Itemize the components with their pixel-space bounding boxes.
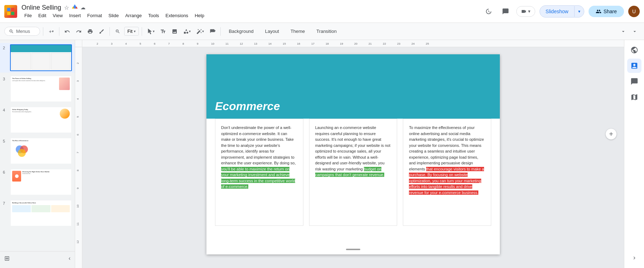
redo-button[interactable] [74,26,84,36]
camera-label: ▾ [528,9,531,14]
menu-file[interactable]: File [21,12,35,19]
present-options[interactable] [618,26,628,36]
camera-button[interactable]: ▾ [516,6,535,17]
slideshow-label[interactable]: Slideshow [540,6,574,17]
new-slide-arrow[interactable]: ▾ [52,29,54,33]
svg-text:13: 13 [254,42,257,45]
slide-preview-3[interactable]: The Power of Online Selling Lorem ipsum … [10,75,72,102]
svg-text:21: 21 [369,42,372,45]
undo-button[interactable] [62,26,72,36]
paint-format-button[interactable] [97,26,107,36]
svg-text:22: 22 [383,42,386,45]
comments-button[interactable] [499,5,512,18]
slideshow-arrow[interactable]: ▾ [574,6,584,17]
line-tool[interactable]: ▾ [194,26,206,36]
slide-thumb-5[interactable]: 5 The Rise of Ecommerce [0,136,75,166]
divider-4 [142,27,142,36]
menu-tools[interactable]: Tools [145,12,162,19]
cursor-tool[interactable]: ▾ [145,26,157,36]
slide-canvas[interactable]: Ecommerce Don't underestimate the power … [206,54,500,254]
menu-help[interactable]: Help [192,12,207,19]
zoom-select[interactable]: Fit ▾ [124,27,139,36]
slide-preview-4[interactable]: Online Shopping Today Text content about… [10,106,72,133]
svg-text:20: 20 [354,42,357,45]
sidebar-chat-icon[interactable] [627,74,641,89]
image-tool[interactable] [170,26,180,36]
shapes-tool[interactable]: ▾ [181,26,193,36]
share-button[interactable]: Share [589,6,624,17]
svg-text:11: 11 [76,222,79,225]
menu-insert[interactable]: Insert [66,12,84,19]
svg-text:4: 4 [125,42,127,45]
slide-card-1[interactable]: Don't underestimate the power of a well-… [215,119,303,226]
new-slide-button[interactable]: + ▾ [46,26,56,36]
slide-thumb-4[interactable]: 4 Online Shopping Today Text content abo… [0,105,75,135]
slide-thumb-3[interactable]: 3 The Power of Online Selling Lorem ipsu… [0,74,75,104]
svg-text:5: 5 [140,42,141,45]
theme-button[interactable]: Theme [286,26,310,36]
drive-icon[interactable] [72,4,78,11]
slide-card-2[interactable]: Launching an e-commerce website requires… [309,119,397,226]
svg-text:12: 12 [76,240,79,243]
svg-text:24: 24 [411,42,415,45]
slide-num-4: 4 [3,106,8,112]
sidebar-explore-icon[interactable] [627,43,641,57]
slide-preview-7[interactable]: Building a Successful Online Store [10,200,72,227]
collapse-panel[interactable] [630,26,640,36]
grid-view-button[interactable]: ⊞ [4,254,10,262]
svg-text:10: 10 [76,204,79,208]
slide-panel: 2 3 The Power of Online Selling [0,40,75,268]
slide-header: Ecommerce [206,54,500,119]
menu-extensions[interactable]: Extensions [163,12,191,19]
doc-title-text[interactable]: Online Selling [21,4,61,11]
menu-view[interactable]: View [50,12,65,19]
user-avatar[interactable]: U [628,6,640,17]
zoom-value: Fit [127,29,132,34]
slide-cards: Don't underestimate the power of a well-… [206,119,500,226]
svg-text:18: 18 [326,42,329,45]
history-button[interactable] [482,5,495,18]
menu-slide[interactable]: Slide [106,12,122,19]
slide-num-6: 6 [3,169,8,174]
sidebar-sheets-icon[interactable] [627,59,641,73]
svg-text:12: 12 [240,42,243,45]
slide-preview-6[interactable]: Choosing the Right Online Store Builder … [10,169,72,195]
comment-tool[interactable] [208,26,218,36]
slide-thumb-2[interactable]: 2 [0,43,75,73]
menu-format[interactable]: Format [84,12,105,19]
menu-edit[interactable]: Edit [35,12,49,19]
slide-thumb-6[interactable]: 6 Choosing the Right Online Store Builde… [0,167,75,197]
svg-text:16: 16 [297,42,300,45]
slide-preview-5[interactable]: The Rise of Ecommerce [10,138,72,164]
collapse-panel-button[interactable]: ‹ [69,255,70,262]
zoom-arrow: ▾ [134,29,136,33]
svg-text:17: 17 [311,42,314,45]
search-menus[interactable]: Menus [4,27,40,36]
slide-preview-2[interactable] [10,44,72,71]
divider-1 [43,27,43,36]
doc-title-area: Online Selling ☆ ☁ File Edit View Insert… [21,4,479,19]
sidebar-expand-button[interactable] [631,255,637,265]
card3-normal-text: To maximize the effectiveness of your on… [409,125,484,171]
card1-normal-text: Don't underestimate the power of a well-… [221,125,296,165]
share-label[interactable]: Share [604,9,617,14]
print-button[interactable] [85,26,95,36]
layout-button[interactable]: Layout [260,26,284,36]
cloud-icon: ☁ [80,5,86,10]
slide-thumb-7[interactable]: 7 Building a Successful Online Store [0,198,75,228]
background-button[interactable]: Background [224,26,258,36]
slide-card-3[interactable]: To maximize the effectiveness of your on… [403,119,491,226]
menu-arrange[interactable]: Arrange [122,12,145,19]
divider-5 [220,27,221,36]
sidebar-maps-icon[interactable] [627,90,641,104]
svg-text:6: 6 [76,134,79,135]
slideshow-button[interactable]: Slideshow ▾ [540,5,584,18]
star-icon[interactable]: ☆ [64,4,69,11]
zoom-out-button[interactable] [113,26,123,36]
transition-button[interactable]: Transition [311,26,342,36]
canvas-area: 2 3 4 5 6 7 8 9 10 11 12 13 14 15 16 17 [75,40,624,268]
add-element-button[interactable]: + [605,128,617,140]
text-box-tool[interactable] [158,26,168,36]
canvas-scroll[interactable]: Ecommerce Don't underestimate the power … [82,47,624,268]
card2-normal-text: Launching an e-commerce website requires… [315,125,390,171]
